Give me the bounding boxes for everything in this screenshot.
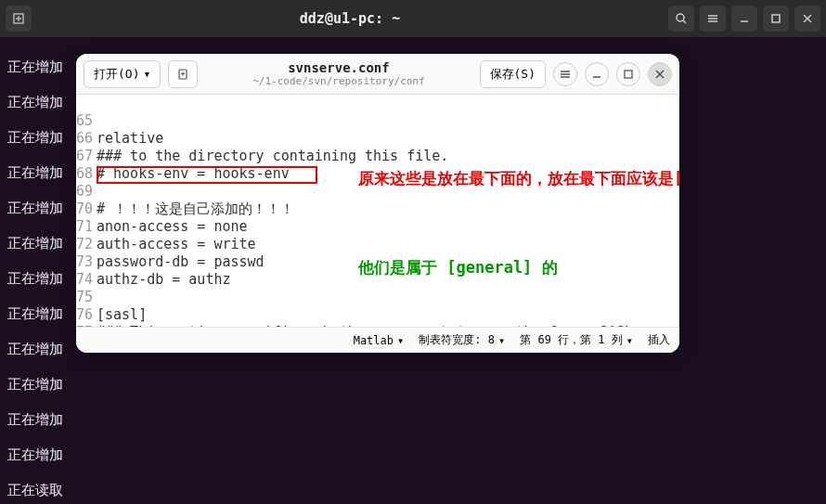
status-position[interactable]: 第 69 行，第 1 列 ▾ — [520, 332, 633, 348]
editor-statusbar: Matlab ▾ 制表符宽度: 8 ▾ 第 69 行，第 1 列 ▾ 插入 — [76, 327, 679, 353]
code-line: ### This option specifies whether you wa… — [97, 324, 679, 327]
bg-line: 正在增加 — [7, 411, 819, 429]
minimize-icon — [591, 69, 602, 80]
new-file-icon — [176, 68, 189, 81]
code-line: auth-access = write — [97, 236, 679, 253]
svg-line-4 — [683, 20, 686, 23]
editor-maximize-button[interactable] — [616, 62, 640, 86]
chevron-down-icon: ▾ — [626, 334, 633, 347]
editor-title: svnserve.conf — [205, 60, 471, 76]
status-insert: 插入 — [648, 332, 670, 348]
editor-content[interactable]: 65666768697071727374757677 relative### t… — [76, 95, 679, 327]
open-button[interactable]: 打开(O) ▾ — [84, 60, 161, 88]
new-file-button[interactable] — [168, 60, 198, 88]
line-number-gutter: 65666768697071727374757677 — [76, 95, 97, 327]
status-tabwidth[interactable]: 制表符宽度: 8 ▾ — [419, 332, 505, 348]
annotation-green: 他们是属于 [general] 的 — [358, 256, 558, 274]
editor-title-area: svnserve.conf ~/1-code/svn/repository/co… — [205, 60, 471, 88]
editor-minimize-button[interactable] — [585, 62, 609, 86]
maximize-button[interactable] — [763, 6, 789, 32]
hamburger-icon — [560, 69, 571, 80]
bg-line: 正在增加 — [7, 376, 819, 394]
svg-rect-9 — [772, 15, 780, 22]
bg-line: 正在增加 — [7, 446, 819, 464]
editor-close-button[interactable] — [648, 62, 672, 86]
annotation-red: 原来这些是放在最下面的，放在最下面应该是[sasl]的配置，弄错地方了。这些配置… — [358, 167, 679, 185]
close-icon — [654, 69, 665, 80]
code-line: [sasl] — [97, 306, 679, 324]
chevron-down-icon: ▾ — [397, 334, 404, 347]
code-area[interactable]: relative### to the directory containing … — [97, 95, 679, 327]
code-line: anon-access = none — [97, 218, 679, 236]
status-language[interactable]: Matlab ▾ — [354, 334, 405, 347]
bg-line: 正在读取 — [7, 482, 819, 499]
code-line: relative — [97, 130, 679, 148]
code-line: ### to the directory containing this fil… — [97, 148, 679, 165]
hamburger-button[interactable] — [700, 6, 726, 32]
chevron-down-icon: ▾ — [143, 67, 150, 81]
code-line — [97, 289, 679, 306]
search-button[interactable] — [668, 6, 694, 32]
minimize-button[interactable] — [731, 6, 757, 32]
maximize-icon — [623, 69, 634, 80]
editor-window: 打开(O) ▾ svnserve.conf ~/1-code/svn/repos… — [76, 54, 679, 353]
editor-header: 打开(O) ▾ svnserve.conf ~/1-code/svn/repos… — [76, 54, 679, 95]
chevron-down-icon: ▾ — [498, 334, 505, 347]
terminal-titlebar: ddz@u1-pc: ~ — [0, 0, 826, 37]
terminal-title: ddz@u1-pc: ~ — [37, 10, 663, 27]
new-tab-button[interactable] — [6, 6, 32, 32]
hamburger-button[interactable] — [553, 62, 577, 86]
save-button[interactable]: 保存(S) — [480, 60, 546, 88]
editor-subtitle: ~/1-code/svn/repository/conf — [205, 75, 471, 87]
svg-point-3 — [677, 14, 684, 21]
close-button[interactable] — [794, 6, 820, 32]
svg-rect-19 — [625, 71, 632, 78]
code-line: # ！！！这是自己添加的！！！ — [97, 200, 679, 218]
